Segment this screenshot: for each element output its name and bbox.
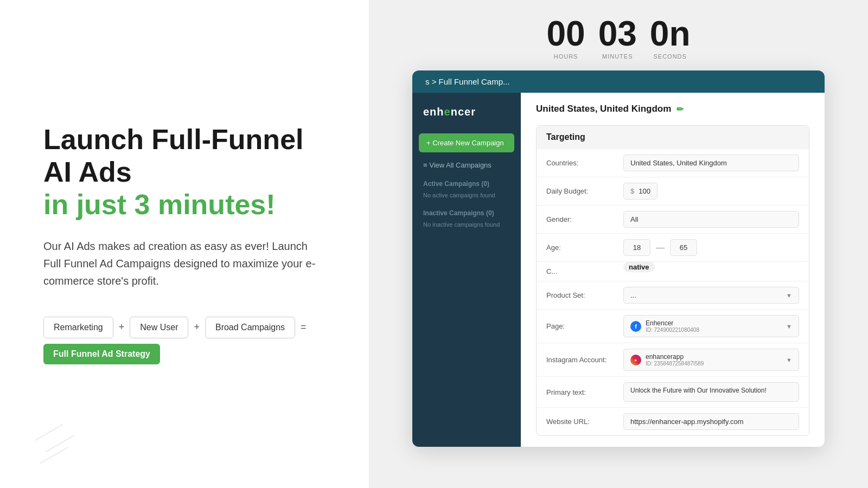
primary-text-row: Primary text: Unlock the Future with Our…	[537, 376, 809, 407]
instagram-row: Instagram Account: ▪ enhancerapp ID: 235…	[537, 343, 809, 376]
hero-title: Launch Full-Funnel AI Ads in just 3 minu…	[43, 124, 326, 221]
location-header: United States, United Kingdom ✏	[536, 104, 809, 114]
page-fb-icon: f	[630, 321, 641, 332]
gender-row: Gender: All	[537, 205, 809, 233]
timer-minutes: 03 MINUTES	[598, 16, 637, 60]
formula-equals: =	[301, 322, 307, 333]
formula-tag-new-user: New User	[130, 317, 188, 338]
countdown-timer: 00 HOURS 03 MINUTES 0n SECONDS	[546, 16, 690, 60]
budget-row: Daily Budget: $ 100	[537, 177, 809, 205]
website-url-row: Website URL: https://enhancer-app.myshop…	[537, 407, 809, 435]
formula-tag-remarketing: Remarketing	[43, 317, 113, 338]
page-value[interactable]: f Enhencer ID: 724900221080408 ▼	[623, 315, 799, 337]
app-container: s > Full Funnel Camp... enhencer + Creat…	[412, 70, 825, 447]
location-text: United States, United Kingdom	[536, 104, 671, 114]
age-dash: —	[656, 243, 665, 253]
instagram-value[interactable]: ▪ enhancerapp ID: 2358487258487I589 ▼	[623, 349, 799, 371]
instagram-info: enhancerapp ID: 2358487258487I589	[646, 353, 782, 367]
budget-label: Daily Budget:	[546, 187, 617, 195]
timer-seconds: 0n SECONDS	[650, 16, 691, 60]
formula-tag-broad: Broad Campaigns	[205, 317, 295, 338]
sidebar: enhencer + Create New Campaign ≡ View Al…	[412, 93, 521, 447]
creative-row: C... native	[537, 261, 809, 281]
creative-label: C...	[546, 267, 617, 275]
gender-label: Gender:	[546, 215, 617, 223]
instagram-arrow: ▼	[786, 357, 792, 363]
inactive-campaigns-text: No inactive campaigns found	[412, 219, 521, 232]
budget-value: $ 100	[623, 183, 658, 200]
page-info: Enhencer ID: 724900221080408	[646, 319, 782, 333]
formula-plus-1: +	[119, 322, 125, 333]
timer-hours: 00 HOURS	[546, 16, 585, 60]
targeting-box: Targeting Countries: United States, Unit…	[536, 125, 809, 436]
age-inputs: 18 — 65	[623, 239, 697, 256]
page-label: Page:	[546, 322, 617, 330]
create-campaign-button[interactable]: + Create New Campaign	[419, 133, 514, 152]
right-section: 00 HOURS 03 MINUTES 0n SECONDS s > Full …	[369, 0, 868, 488]
countries-row: Countries: United States, United Kingdom	[537, 149, 809, 177]
countries-label: Countries:	[546, 159, 617, 167]
primary-text-value: Unlock the Future with Our Innovative So…	[623, 382, 799, 402]
view-all-campaigns-link[interactable]: ≡ View All Campaigns	[412, 157, 521, 174]
creative-native-badge: native	[623, 262, 655, 272]
main-content: United States, United Kingdom ✏ Targetin…	[521, 93, 825, 447]
edit-icon[interactable]: ✏	[676, 104, 684, 114]
breadcrumb-text: s > Full Funnel Camp...	[425, 77, 509, 86]
hero-description: Our AI Ads makes ad creation as easy as …	[43, 237, 326, 290]
product-set-arrow: ▼	[786, 292, 792, 299]
gender-value: All	[623, 211, 799, 228]
formula-plus-2: +	[194, 322, 200, 333]
breadcrumb-bar: s > Full Funnel Camp...	[412, 70, 825, 93]
website-url-value: https://enhancer-app.myshopify.com	[623, 413, 799, 430]
age-min: 18	[623, 239, 650, 256]
active-campaigns-text: No active campaigns found	[412, 190, 521, 203]
product-set-row: Product Set: ... ▼	[537, 281, 809, 309]
app-body: enhencer + Create New Campaign ≡ View Al…	[412, 93, 825, 447]
inactive-campaigns-title: Inactive Campaigns (0)	[412, 203, 521, 219]
countries-value: United States, United Kingdom	[623, 155, 799, 171]
targeting-header: Targeting	[537, 126, 809, 149]
age-row: Age: 18 — 65	[537, 233, 809, 261]
page-arrow: ▼	[786, 323, 792, 330]
primary-text-label: Primary text:	[546, 388, 617, 396]
formula-result: Full Funnel Ad Strategy	[43, 344, 160, 364]
formula-row: Remarketing + New User + Broad Campaigns…	[43, 317, 326, 364]
decorative-lines	[33, 432, 76, 466]
product-set-label: Product Set:	[546, 291, 617, 299]
left-section: Launch Full-Funnel AI Ads in just 3 minu…	[0, 0, 369, 488]
website-url-label: Website URL:	[546, 418, 617, 426]
sidebar-logo: enhencer	[412, 101, 521, 129]
active-campaigns-title: Active Campaigns (0)	[412, 174, 521, 190]
page-row: Page: f Enhencer ID: 724900221080408 ▼	[537, 309, 809, 343]
instagram-label: Instagram Account:	[546, 356, 617, 364]
instagram-icon: ▪	[630, 355, 641, 365]
age-max: 65	[670, 239, 697, 256]
product-set-value[interactable]: ... ▼	[623, 287, 799, 304]
age-label: Age:	[546, 243, 617, 252]
